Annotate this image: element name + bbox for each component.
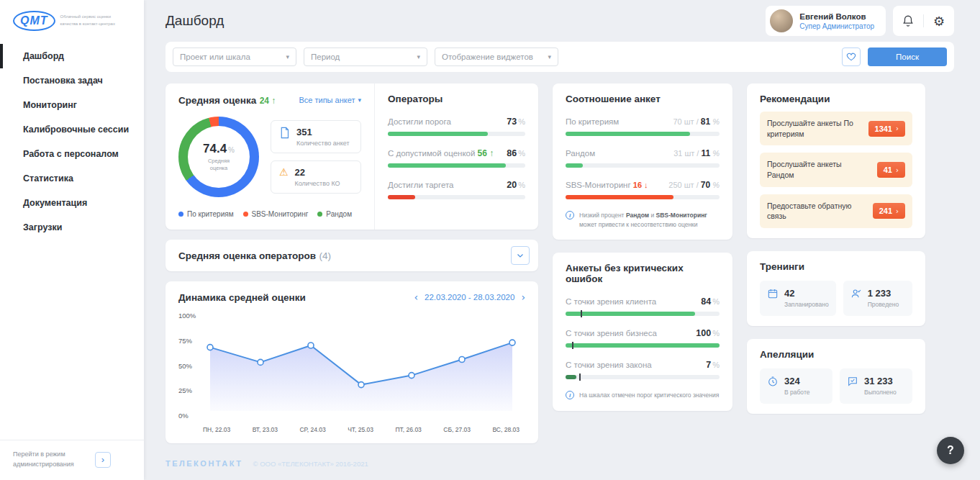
user-check-icon [850,288,862,299]
notifications-button[interactable] [893,6,923,36]
x-tick: ПН, 22.03 [203,426,230,433]
percent-sign: % [518,149,525,158]
metric-pct: 7 [706,360,711,370]
sidebar-item-downloads[interactable]: Загрузки [0,215,144,240]
sidebar: QMT Облачный сервис оценки качества в ко… [0,0,144,480]
legend-item-random: Рандом [317,210,352,218]
metric-header: SBS-Мониторинг 16 ↓ 250 шт / 70 % [566,180,720,190]
next-period-button[interactable]: › [521,291,525,303]
metric-header: По критериям 70 шт / 81 % [566,117,720,127]
progress-fill [566,343,720,348]
legend-label: По критериям [187,210,234,218]
search-button[interactable]: Поиск [868,47,947,66]
tile-value: 324 [784,376,809,386]
recommendation-label: Прослушайте анкеты По критериям [767,118,855,139]
progress-bar [566,195,720,199]
legend-label: Рандом [326,210,352,218]
column-middle: Соотношение анкет По критериям 70 шт / 8… [553,83,732,447]
y-tick: 100% [178,312,203,320]
widgets-select-placeholder: Отображение виджетов [442,53,533,61]
x-tick: СБ, 27.03 [443,426,471,433]
progress-fill [388,163,506,168]
widgets-select[interactable]: Отображение виджетов ▾ [435,47,558,66]
stat-label: Количество КО [295,180,340,187]
metric-delta: 16 ↓ [633,181,648,189]
tile-text: 1 233 Проведено [868,288,899,308]
progress-fill [566,132,690,136]
note-part: может привести к несоответствию оценки [579,221,698,228]
user-info: Евгений Волков Супер Администратор [799,12,874,30]
dynamics-title: Динамика средней оценки [178,292,306,303]
metric-value: 84% [701,296,720,307]
types-filter-link[interactable]: Все типы анкет ▾ [299,96,361,104]
date-navigation: ‹ 22.03.2020 - 28.03.2020 › [414,291,525,303]
ratio-row-random: Рандом 31 шт / 11 % [566,148,720,168]
favorites-button[interactable] [842,47,861,66]
logo[interactable]: QMT Облачный сервис оценки качества в ко… [0,0,144,44]
sidebar-item-personnel[interactable]: Работа с персоналом [0,142,144,166]
user-menu[interactable]: Евгений Волков Супер Администратор [766,6,886,36]
types-filter-label: Все типы анкет [299,96,355,104]
avg-score-title: Средняя оценка [178,95,256,106]
sidebar-item-statistics[interactable]: Статистика [0,166,144,191]
metric-value: 70 шт / 81 % [673,117,720,127]
progress-bar [566,375,720,379]
x-tick: СР, 24.03 [299,426,325,433]
project-select[interactable]: Проект или шкала ▾ [173,47,296,66]
avg-score-body: 74.4% Средняя оценка [178,117,361,197]
avatar [770,9,793,32]
sidebar-item-monitoring[interactable]: Мониторинг [0,93,144,117]
admin-mode-button[interactable]: › [95,452,111,468]
tile-text: 42 Запланировано [784,288,829,308]
sidebar-item-documentation[interactable]: Документация [0,191,144,215]
trainings-card: Тренинги 42 Запланировано [747,251,925,326]
y-axis: 100% 75% 50% 25% 0% [178,312,203,420]
note-text: Низкий процент Рандом и SBS-Мониторинг м… [579,211,720,230]
metric-pct: 11 [701,148,710,158]
chevron-right-icon: › [896,166,899,174]
column-left: Средняя оценка 24 ↑ Все типы анкет ▾ [165,83,538,447]
main-area: Дашборд Евгений Волков Супер Администрат… [144,0,980,480]
trainings-title: Тренинги [760,261,912,272]
percent-sign: % [712,361,720,369]
sidebar-item-dashboard[interactable]: Дашборд [0,44,144,68]
chevron-down-icon: ▾ [286,53,289,60]
user-name: Евгений Волков [799,12,874,21]
avg-score-stats: 351 Количество анкет ⚠ 22 Количество КО [271,120,361,194]
recommendation-item-feedback[interactable]: Предоставьте обратную связь 241› [760,194,912,228]
recommendation-item-random[interactable]: Прослушайте анкеты Рандом 41› [760,153,912,186]
chevron-right-icon: › [896,124,899,132]
recommendation-item-criteria[interactable]: Прослушайте анкеты По критериям 1341› [760,112,912,145]
y-tick: 25% [178,386,203,394]
metric-value: 31 шт / 11 % [673,148,720,158]
separator: / [697,149,699,158]
sidebar-item-calibration[interactable]: Калибровочные сессии [0,117,144,142]
x-tick: ВС, 28.03 [492,426,520,433]
recommendation-label: Прослушайте анкеты Рандом [767,159,855,180]
avg-score-delta: 24 ↑ [260,96,276,106]
help-button[interactable]: ? [937,437,964,464]
metric-header: Рандом 31 шт / 11 % [566,148,720,158]
trainings-planned-tile: 42 Запланировано [760,281,836,316]
avg-operators-card: Средняя оценка операторов (4) [165,240,538,271]
legend-item-criteria: По критериям [178,210,234,218]
avg-score-header: Средняя оценка 24 ↑ Все типы анкет ▾ [178,94,361,107]
metric-header: Достигли таргета 20% [388,180,525,190]
progress-bar [388,163,525,168]
tile-value: 31 233 [864,376,897,386]
metric-label: Достигли таргета [388,181,453,189]
expand-button[interactable] [511,246,530,265]
no-critical-errors-card: Анкеты без критических ошибок С точки зр… [553,253,732,410]
stat-value: 22 [295,167,340,178]
settings-button[interactable]: ⚙ [924,6,954,36]
sidebar-item-tasks[interactable]: Постановка задач [0,68,144,93]
prev-period-button[interactable]: ‹ [414,291,418,303]
chevron-down-icon: ▾ [548,53,551,60]
metric-label: С допустимой оценкой 56 ↑ [388,148,494,158]
period-select[interactable]: Период ▾ [304,47,427,66]
copyright: © ООО «ТЕЛЕКОНТАКТ» 2016-2021 [253,460,368,468]
chevron-right-icon: › [896,207,899,215]
y-tick: 0% [178,412,203,420]
note-bold: SBS-Мониторинг [656,212,707,219]
y-tick: 50% [178,362,203,370]
